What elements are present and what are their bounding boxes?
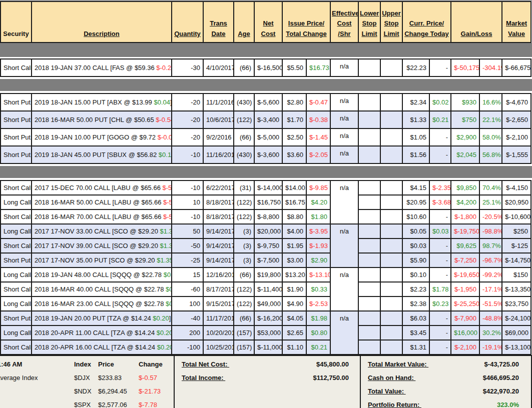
cell-quantity[interactable]: -100 [172,340,203,354]
cell-net-cost[interactable]: $16,750 [254,195,282,210]
cell-description[interactable]: 2017 17-NOV 35.00 PUT [SCO @ $29.20 $1.3… [32,253,172,268]
cell-total-change[interactable]: $-1.93 [306,238,330,253]
cell-description[interactable]: 2018 16-MAR 50.00 CALL [LABU @ $65.66 $-… [32,195,172,210]
cell-effective-cost-shr[interactable]: n/a [330,146,358,164]
cell-quantity[interactable]: -50 [172,238,203,253]
cell-lower-stop-limit[interactable] [358,210,380,224]
cell-trans-date[interactable]: 10/6/2017 [203,111,234,128]
cell-gain-loss-percent[interactable]: -99.2% [479,268,502,282]
cell-total-change[interactable]: $-13.10 [306,268,330,282]
cell-security[interactable]: Long Call [1,296,32,311]
cell-quantity[interactable]: 100 [172,296,203,311]
cell-age[interactable]: (122) [234,210,254,224]
cell-net-cost[interactable]: $53,000 [254,326,282,340]
cell-age[interactable]: (3) [234,253,254,268]
cell-effective-cost-shr[interactable]: n/a [330,128,358,146]
cell-upper-stop-limit[interactable] [380,311,402,326]
cell-lower-stop-limit[interactable] [358,238,380,253]
cell-issue-price[interactable]: $2.80 [282,94,306,111]
cell-effective-cost-shr[interactable]: n/a [330,180,358,224]
cell-upper-stop-limit[interactable] [380,282,402,296]
cell-gain-loss-percent[interactable]: -17.1% [479,282,502,296]
cell-curr-price[interactable]: $5.90 [402,253,429,268]
cell-trans-date[interactable]: 9/14/2017 [203,253,234,268]
cell-lower-stop-limit[interactable] [358,311,380,326]
cell-lower-stop-limit[interactable] [358,128,380,146]
cell-gain-loss-dollar[interactable]: $-1,950 [451,282,479,296]
cell-net-cost[interactable]: $-7,500 [254,253,282,268]
cell-change-today[interactable]: - [429,238,451,253]
cell-quantity[interactable]: -20 [172,111,203,128]
cell-age[interactable]: (157) [234,326,254,340]
cell-description[interactable]: 2018 16-MAR 50.00 PUT [CHL @ $50.65 $-0.… [32,111,172,128]
cell-trans-date[interactable]: 11/1/2016 [203,94,234,111]
cell-quantity[interactable]: -20 [172,128,203,146]
cell-lower-stop-limit[interactable] [358,326,380,340]
cell-lower-stop-limit[interactable] [358,253,380,268]
column-header-effective-cost-shr[interactable]: EffectiveCost/Shr [330,2,358,42]
cell-total-change[interactable]: $-3.95 [306,224,330,238]
cell-net-cost[interactable]: $-3,600 [254,146,282,164]
cell-market-value[interactable]: $-2,100 [502,128,531,146]
cell-gain-loss-dollar[interactable]: $-19,650 [451,268,479,282]
cell-total-change[interactable]: $2.90 [306,253,330,268]
cell-market-value[interactable]: $69,000 [502,326,531,340]
column-header-age[interactable]: Age [234,2,254,42]
cell-quantity[interactable]: 15 [172,268,203,282]
cell-trans-date[interactable]: 4/10/2017 [203,59,234,76]
cell-gain-loss-percent[interactable]: 98.7% [479,238,502,253]
cell-change-today[interactable]: - [429,326,451,340]
cell-description[interactable]: 2018 19-JAN 37.00 CALL [FAS @ $59.36 $-0… [32,59,172,76]
cell-security[interactable]: Long Call [1,195,32,210]
cell-change-today[interactable]: - [429,146,451,164]
cell-issue-price[interactable]: $8.80 [282,210,306,224]
cell-gain-loss-dollar[interactable]: $-7,250 [451,253,479,268]
cell-market-value[interactable]: $-1,555 [502,146,531,164]
column-header-trans-date[interactable]: TransDate [203,2,234,42]
cell-gain-loss-dollar[interactable]: $9,625 [451,238,479,253]
cell-lower-stop-limit[interactable] [358,180,380,195]
cell-issue-price[interactable]: $4.90 [282,296,306,311]
cell-change-today[interactable]: - [429,128,451,146]
cell-upper-stop-limit[interactable] [380,146,402,164]
cell-effective-cost-shr[interactable]: n/a [330,268,358,311]
cell-gain-loss-dollar[interactable]: $-19,750 [451,224,479,238]
cell-gain-loss-percent[interactable]: -19.1% [479,340,502,354]
cell-gain-loss-dollar[interactable]: $-50,175 [451,59,479,76]
cell-change-today[interactable]: - [429,59,451,76]
cell-quantity[interactable]: 200 [172,326,203,340]
cell-upper-stop-limit[interactable] [380,268,402,282]
cell-issue-price[interactable]: $4.05 [282,311,306,326]
cell-security[interactable]: Short Put [1,128,32,146]
cell-issue-price[interactable]: $4.00 [282,224,306,238]
cell-change-today[interactable]: $1.78 [429,282,451,296]
cell-total-change[interactable]: $0.33 [306,282,330,296]
cell-issue-price[interactable]: $13.20 [282,268,306,282]
cell-market-value[interactable]: $23,750 [502,296,531,311]
cell-total-change[interactable]: $0.21 [306,340,330,354]
cell-description[interactable]: 2018 19-JAN 48.00 CALL [SQQQ @ $22.78 $0… [32,268,172,282]
column-header-security[interactable]: Security [1,2,32,42]
cell-upper-stop-limit[interactable] [380,296,402,311]
cell-lower-stop-limit[interactable] [358,195,380,210]
cell-market-value[interactable]: $-4,670 [502,94,531,111]
cell-description[interactable]: 2018 19-JAN 20.00 PUT [TZA @ $14.24 $0.2… [32,311,172,326]
cell-curr-price[interactable]: $0.03 [402,238,429,253]
cell-security[interactable]: Long Call [1,326,32,340]
cell-effective-cost-shr[interactable]: n/a [330,224,358,268]
cell-trans-date[interactable]: 9/2/2016 [203,128,234,146]
cell-gain-loss-percent[interactable]: -304.1% [479,59,502,76]
cell-quantity[interactable]: -10 [172,210,203,224]
cell-lower-stop-limit[interactable] [358,94,380,111]
cell-quantity[interactable]: -40 [172,311,203,326]
cell-gain-loss-dollar[interactable]: $-2,100 [451,340,479,354]
cell-total-change[interactable]: $1.80 [306,210,330,224]
cell-quantity[interactable]: -10 [172,146,203,164]
cell-net-cost[interactable]: $-16,200 [254,311,282,326]
cell-gain-loss-percent[interactable]: -96.7% [479,253,502,268]
cell-gain-loss-dollar[interactable]: $2,900 [451,128,479,146]
cell-security[interactable]: Short Put [1,311,32,326]
cell-gain-loss-dollar[interactable]: $4,200 [451,195,479,210]
cell-upper-stop-limit[interactable] [380,253,402,268]
cell-quantity[interactable]: -20 [172,94,203,111]
